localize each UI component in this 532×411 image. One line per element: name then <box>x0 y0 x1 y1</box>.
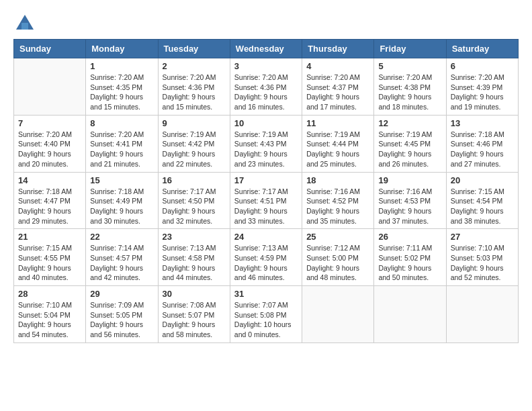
calendar-cell: 28Sunrise: 7:10 AMSunset: 5:04 PMDayligh… <box>14 286 86 343</box>
day-info: Sunrise: 7:20 AMSunset: 4:36 PMDaylight:… <box>163 73 226 112</box>
day-number: 11 <box>306 118 369 128</box>
day-info: Sunrise: 7:16 AMSunset: 4:53 PMDaylight:… <box>378 187 441 226</box>
day-info: Sunrise: 7:20 AMSunset: 4:39 PMDaylight:… <box>451 73 514 112</box>
calendar-cell: 6Sunrise: 7:20 AMSunset: 4:39 PMDaylight… <box>446 58 518 116</box>
calendar-cell: 8Sunrise: 7:20 AMSunset: 4:41 PMDaylight… <box>86 115 158 172</box>
calendar-cell: 3Sunrise: 7:20 AMSunset: 4:36 PMDaylight… <box>230 58 302 116</box>
calendar-header-row: SundayMondayTuesdayWednesdayThursdayFrid… <box>14 40 519 58</box>
day-number: 12 <box>378 118 441 128</box>
day-number: 9 <box>163 118 226 128</box>
day-info: Sunrise: 7:18 AMSunset: 4:46 PMDaylight:… <box>451 130 514 169</box>
column-header-tuesday: Tuesday <box>158 40 230 58</box>
day-info: Sunrise: 7:15 AMSunset: 4:55 PMDaylight:… <box>18 243 81 283</box>
day-info: Sunrise: 7:20 AMSunset: 4:38 PMDaylight:… <box>378 73 441 112</box>
calendar-cell: 9Sunrise: 7:19 AMSunset: 4:42 PMDaylight… <box>158 115 230 172</box>
day-number: 30 <box>163 289 226 299</box>
day-info: Sunrise: 7:17 AMSunset: 4:50 PMDaylight:… <box>163 187 226 226</box>
calendar-cell: 7Sunrise: 7:20 AMSunset: 4:40 PMDaylight… <box>14 115 86 172</box>
day-number: 24 <box>234 232 298 242</box>
day-number: 31 <box>234 289 298 299</box>
day-info: Sunrise: 7:10 AMSunset: 5:04 PMDaylight:… <box>18 300 81 340</box>
day-info: Sunrise: 7:20 AMSunset: 4:37 PMDaylight:… <box>306 73 369 112</box>
day-info: Sunrise: 7:10 AMSunset: 5:03 PMDaylight:… <box>451 243 514 283</box>
day-info: Sunrise: 7:13 AMSunset: 4:59 PMDaylight:… <box>234 243 298 283</box>
calendar-week-row: 7Sunrise: 7:20 AMSunset: 4:40 PMDaylight… <box>14 115 519 172</box>
day-number: 27 <box>451 232 514 242</box>
logo-icon <box>15 13 35 32</box>
column-header-thursday: Thursday <box>302 40 374 58</box>
calendar-cell: 2Sunrise: 7:20 AMSunset: 4:36 PMDaylight… <box>158 58 230 116</box>
day-info: Sunrise: 7:19 AMSunset: 4:42 PMDaylight:… <box>163 130 226 169</box>
day-info: Sunrise: 7:08 AMSunset: 5:07 PMDaylight:… <box>163 300 226 340</box>
day-number: 10 <box>234 118 298 128</box>
day-info: Sunrise: 7:20 AMSunset: 4:35 PMDaylight:… <box>90 73 153 112</box>
day-number: 18 <box>306 175 369 185</box>
day-info: Sunrise: 7:07 AMSunset: 5:08 PMDaylight:… <box>234 300 298 340</box>
calendar-week-row: 21Sunrise: 7:15 AMSunset: 4:55 PMDayligh… <box>14 229 519 286</box>
column-header-friday: Friday <box>374 40 446 58</box>
calendar-cell: 20Sunrise: 7:15 AMSunset: 4:54 PMDayligh… <box>446 172 518 229</box>
calendar-cell: 10Sunrise: 7:19 AMSunset: 4:43 PMDayligh… <box>230 115 302 172</box>
calendar-cell: 1Sunrise: 7:20 AMSunset: 4:35 PMDaylight… <box>86 58 158 116</box>
calendar-cell: 29Sunrise: 7:09 AMSunset: 5:05 PMDayligh… <box>86 286 158 343</box>
day-info: Sunrise: 7:11 AMSunset: 5:02 PMDaylight:… <box>378 243 441 283</box>
day-number: 1 <box>90 61 153 71</box>
day-number: 19 <box>378 175 441 185</box>
day-number: 7 <box>18 118 81 128</box>
day-info: Sunrise: 7:15 AMSunset: 4:54 PMDaylight:… <box>451 187 514 226</box>
calendar-week-row: 28Sunrise: 7:10 AMSunset: 5:04 PMDayligh… <box>14 286 519 343</box>
calendar-cell: 16Sunrise: 7:17 AMSunset: 4:50 PMDayligh… <box>158 172 230 229</box>
day-info: Sunrise: 7:09 AMSunset: 5:05 PMDaylight:… <box>90 300 153 340</box>
day-info: Sunrise: 7:17 AMSunset: 4:51 PMDaylight:… <box>234 187 298 226</box>
day-info: Sunrise: 7:13 AMSunset: 4:58 PMDaylight:… <box>163 243 226 283</box>
day-number: 20 <box>451 175 514 185</box>
calendar-cell: 18Sunrise: 7:16 AMSunset: 4:52 PMDayligh… <box>302 172 374 229</box>
day-number: 25 <box>306 232 369 242</box>
day-info: Sunrise: 7:19 AMSunset: 4:44 PMDaylight:… <box>306 130 369 169</box>
page-header <box>13 13 519 28</box>
day-number: 13 <box>451 118 514 128</box>
calendar-cell <box>374 286 446 343</box>
calendar-cell <box>14 58 86 116</box>
calendar-cell: 11Sunrise: 7:19 AMSunset: 4:44 PMDayligh… <box>302 115 374 172</box>
column-header-saturday: Saturday <box>446 40 518 58</box>
day-info: Sunrise: 7:14 AMSunset: 4:57 PMDaylight:… <box>90 243 153 283</box>
calendar-table: SundayMondayTuesdayWednesdayThursdayFrid… <box>13 39 519 343</box>
day-number: 16 <box>163 175 226 185</box>
calendar-cell: 23Sunrise: 7:13 AMSunset: 4:58 PMDayligh… <box>158 229 230 286</box>
day-number: 5 <box>378 61 441 71</box>
calendar-cell: 4Sunrise: 7:20 AMSunset: 4:37 PMDaylight… <box>302 58 374 116</box>
day-number: 22 <box>90 232 153 242</box>
calendar-cell: 31Sunrise: 7:07 AMSunset: 5:08 PMDayligh… <box>230 286 302 343</box>
day-number: 17 <box>234 175 298 185</box>
calendar-cell: 30Sunrise: 7:08 AMSunset: 5:07 PMDayligh… <box>158 286 230 343</box>
column-header-sunday: Sunday <box>14 40 86 58</box>
calendar-week-row: 14Sunrise: 7:18 AMSunset: 4:47 PMDayligh… <box>14 172 519 229</box>
day-number: 4 <box>306 61 369 71</box>
day-info: Sunrise: 7:20 AMSunset: 4:41 PMDaylight:… <box>90 130 153 169</box>
calendar-cell <box>446 286 518 343</box>
calendar-cell: 19Sunrise: 7:16 AMSunset: 4:53 PMDayligh… <box>374 172 446 229</box>
day-number: 2 <box>163 61 226 71</box>
day-info: Sunrise: 7:16 AMSunset: 4:52 PMDaylight:… <box>306 187 369 226</box>
calendar-cell: 12Sunrise: 7:19 AMSunset: 4:45 PMDayligh… <box>374 115 446 172</box>
day-number: 15 <box>90 175 153 185</box>
day-number: 14 <box>18 175 81 185</box>
calendar-week-row: 1Sunrise: 7:20 AMSunset: 4:35 PMDaylight… <box>14 58 519 116</box>
day-info: Sunrise: 7:19 AMSunset: 4:45 PMDaylight:… <box>378 130 441 169</box>
calendar-cell: 14Sunrise: 7:18 AMSunset: 4:47 PMDayligh… <box>14 172 86 229</box>
day-number: 29 <box>90 289 153 299</box>
day-number: 23 <box>163 232 226 242</box>
day-number: 6 <box>451 61 514 71</box>
calendar-cell: 21Sunrise: 7:15 AMSunset: 4:55 PMDayligh… <box>14 229 86 286</box>
calendar-cell: 22Sunrise: 7:14 AMSunset: 4:57 PMDayligh… <box>86 229 158 286</box>
day-info: Sunrise: 7:18 AMSunset: 4:47 PMDaylight:… <box>18 187 81 226</box>
day-number: 8 <box>90 118 153 128</box>
calendar-cell: 17Sunrise: 7:17 AMSunset: 4:51 PMDayligh… <box>230 172 302 229</box>
logo <box>13 13 36 28</box>
day-info: Sunrise: 7:20 AMSunset: 4:40 PMDaylight:… <box>18 130 81 169</box>
calendar-cell: 25Sunrise: 7:12 AMSunset: 5:00 PMDayligh… <box>302 229 374 286</box>
day-number: 28 <box>18 289 81 299</box>
day-info: Sunrise: 7:20 AMSunset: 4:36 PMDaylight:… <box>234 73 298 112</box>
calendar-cell: 15Sunrise: 7:18 AMSunset: 4:49 PMDayligh… <box>86 172 158 229</box>
